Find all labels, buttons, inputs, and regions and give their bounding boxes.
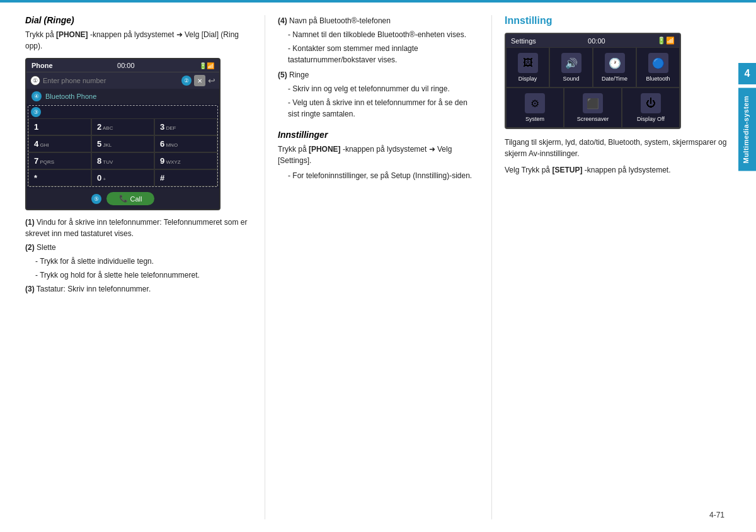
phone-call-row: ⑤ 📞 Call <box>26 188 219 209</box>
item-2b-text: Trykk og hold for å slette hele telefonn… <box>40 271 200 280</box>
innstilling-section-title: Innstilling <box>505 15 731 26</box>
mid-column: (4) Navn på Bluetooth®-telefonen - Namne… <box>265 15 491 519</box>
badge-5: ⑤ <box>91 194 101 204</box>
system-label: System <box>525 116 544 122</box>
keypad-6[interactable]: 6 MNO <box>154 135 217 152</box>
item-3-text: Tastatur: Skriv inn telefonnummer. <box>37 285 151 293</box>
inns-intro-2: -knappen på lydsystemet <box>343 145 427 154</box>
inns-bold: [PHONE] <box>309 145 341 154</box>
item-1-number: (1) <box>25 218 35 227</box>
settings-screen-mockup: Settings 00:00 🔋📶 🖼 Display 🔊 Sound 🕐 Da… <box>505 33 681 129</box>
right-body-intro: Velg Trykk på <box>505 166 550 174</box>
phone-screen-mockup: Phone 00:00 🔋📶 ① Enter phone number ② ✕ … <box>25 58 220 210</box>
settings-system[interactable]: ⚙ System <box>506 88 564 128</box>
keypad-2[interactable]: 2 ABC <box>91 118 154 135</box>
datetime-label: Date/Time <box>602 76 627 82</box>
mid-item-4a: - Namnet til den tilkoblede Bluetooth®-e… <box>288 29 479 40</box>
settings-header-time: 00:00 <box>588 37 605 45</box>
item-2-number: (2) <box>25 243 35 252</box>
phone-input-placeholder: Enter phone number <box>43 77 179 84</box>
list-item-1: (1) Vindu for å skrive inn telefonnummer… <box>25 217 252 239</box>
call-button[interactable]: 📞 Call <box>106 192 155 205</box>
phone-header-title: Phone <box>32 62 53 69</box>
phone-input-row: ① Enter phone number ② ✕ ↩ <box>26 72 219 89</box>
phone-keypad: 1 2 ABC 3 DEF 4 GHI 5 JKL 6 MNO 7 PQRS 8… <box>28 118 217 186</box>
badge-4: ④ <box>32 91 42 101</box>
mid-item-5a-text: Skriv inn og velg et telefonnummer du vi… <box>292 84 449 93</box>
side-tab: Multimedia-system <box>738 88 756 171</box>
item-3-number: (3) <box>25 285 35 293</box>
page-number: 4-71 <box>709 511 724 519</box>
phone-header-time: 00:00 <box>117 62 135 69</box>
keypad-dashed-box: ③ 1 2 ABC 3 DEF 4 GHI 5 JKL 6 MNO 7 PQRS… <box>28 105 218 187</box>
dial-intro: Trykk på [PHONE] -knappen på lydsystemet… <box>25 29 252 52</box>
settings-display[interactable]: 🖼 Display <box>506 47 549 88</box>
right-body-end: -knappen på lydsystemet. <box>585 166 671 174</box>
phone-bluetooth-row: ④ Bluetooth Phone <box>26 89 219 104</box>
phone-header: Phone 00:00 🔋📶 <box>26 59 219 72</box>
list-item-3: (3) Tastatur: Skriv inn telefonnummer. <box>25 283 252 295</box>
mid-item-4-text: Navn på Bluetooth®-telefonen <box>289 16 391 25</box>
intro-text-1: Trykk på <box>25 30 54 39</box>
mid-item-5a: - Skriv inn og velg et telefonnummer du … <box>288 83 479 94</box>
bluetooth-label: Bluetooth Phone <box>45 93 96 100</box>
item-2-text: Slette <box>37 243 56 252</box>
right-body-text-2: Velg Trykk på [SETUP] -knappen på lydsys… <box>505 164 731 176</box>
system-icon: ⚙ <box>525 93 545 113</box>
keypad-star[interactable]: * <box>28 169 91 186</box>
keypad-hash[interactable]: # <box>154 169 217 186</box>
mid-item-5-number: (5) <box>278 71 287 79</box>
settings-header-icons: 🔋📶 <box>657 37 675 45</box>
list-item-2: (2) Slette <box>25 242 252 253</box>
mid-item-4b-text: Kontakter som stemmer med innlagte tasta… <box>288 44 418 64</box>
item-2a-text: Trykk for å slette individuelle tegn. <box>40 257 154 266</box>
badge-3: ③ <box>31 107 41 117</box>
inns-dash: - For telefoninnstillinger, se på Setup … <box>288 170 479 181</box>
display-icon: 🖼 <box>518 53 538 73</box>
keypad-1[interactable]: 1 <box>28 118 91 135</box>
keypad-3[interactable]: 3 DEF <box>154 118 217 135</box>
badge-1: ① <box>30 76 40 86</box>
keypad-4[interactable]: 4 GHI <box>28 135 91 152</box>
settings-header: Settings 00:00 🔋📶 <box>506 34 680 47</box>
innstillinger-title: Innstillinger <box>278 130 479 140</box>
right-body-text-1: Tilgang til skjerm, lyd, dato/tid, Bluet… <box>505 137 731 159</box>
innstillinger-intro: Trykk på [PHONE] -knappen på lydsystemet… <box>278 144 479 166</box>
sound-label: Sound <box>563 76 579 82</box>
keypad-5[interactable]: 5 JKL <box>91 135 154 152</box>
mid-item-5b-text: Velg uten å skrive inn et telefonnummer … <box>288 98 467 118</box>
phone-x-btn[interactable]: ✕ <box>194 75 205 86</box>
list-item-2a: - Trykk for å slette individuelle tegn. <box>35 256 252 267</box>
display-off-icon: ⏻ <box>641 93 661 113</box>
settings-header-title: Settings <box>511 37 536 45</box>
item-1-text: Vindu for å skrive inn telefonnummer: Te… <box>25 218 247 238</box>
phone-back-btn[interactable]: ↩ <box>208 76 215 86</box>
chapter-badge: 4 <box>738 63 756 84</box>
keypad-0[interactable]: 0 + <box>91 169 154 186</box>
mid-item-5b: - Velg uten å skrive inn et telefonnumme… <box>288 97 479 120</box>
settings-display-off[interactable]: ⏻ Display Off <box>622 88 680 128</box>
settings-sound[interactable]: 🔊 Sound <box>549 47 593 88</box>
keypad-badge-row: ③ <box>28 106 217 118</box>
screensaver-label: Screensaver <box>577 116 609 122</box>
mid-item-5: (5) Ringe <box>278 69 479 81</box>
right-column: Innstilling Settings 00:00 🔋📶 🖼 Display … <box>491 15 731 519</box>
badge-2: ② <box>181 76 192 86</box>
mid-item-4b: - Kontakter som stemmer med innlagte tas… <box>288 43 479 65</box>
mid-item-4a-text: Namnet til den tilkoblede Bluetooth®-enh… <box>292 30 466 39</box>
datetime-icon: 🕐 <box>605 53 625 73</box>
inns-dash-text: For telefoninnstillinger, se på Setup (I… <box>292 171 472 180</box>
intro-bold: [PHONE] <box>56 30 88 39</box>
keypad-8[interactable]: 8 TUV <box>91 152 154 169</box>
keypad-9[interactable]: 9 WXYZ <box>154 152 217 169</box>
dial-ringe-title: Dial (Ringe) <box>25 15 252 25</box>
left-column: Dial (Ringe) Trykk på [PHONE] -knappen p… <box>25 15 265 519</box>
keypad-7[interactable]: 7 PQRS <box>28 152 91 169</box>
call-label: Call <box>130 195 142 203</box>
settings-screensaver[interactable]: ⬛ Screensaver <box>564 88 622 128</box>
sound-icon: 🔊 <box>561 53 581 73</box>
settings-datetime[interactable]: 🕐 Date/Time <box>593 47 636 88</box>
settings-bluetooth[interactable]: 🔵 Bluetooth <box>636 47 680 88</box>
phone-header-icons: 🔋📶 <box>199 62 214 69</box>
display-off-label: Display Off <box>637 116 665 122</box>
